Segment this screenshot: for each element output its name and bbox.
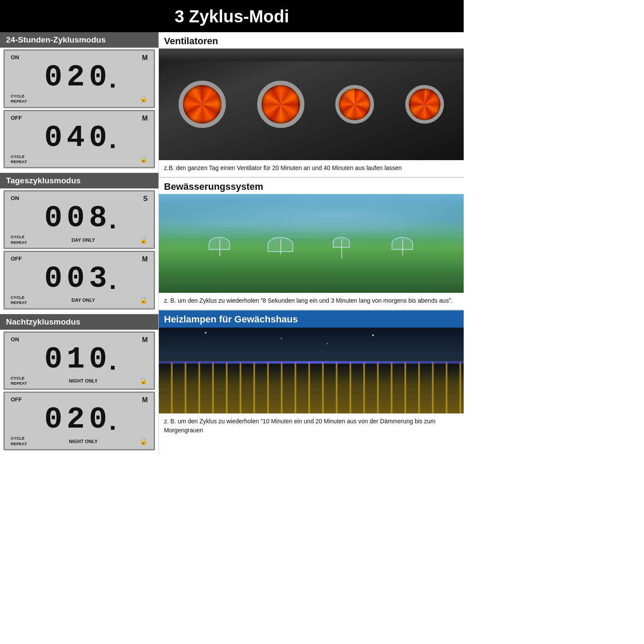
greenhouse-image [159,328,464,413]
mode-24h-label: 24-Stunden-Zyklusmodus [0,32,158,48]
digit-night-off-2: 2 [64,405,87,435]
off-label-24h: OFF [11,115,22,122]
digit-night-off-3: 0 [87,405,109,435]
unit-day-on: S [143,195,148,203]
mode-night-label: Nachtzyklusmodus [0,314,158,330]
cycle-repeat-24h-off: CYCLEREPEAT [11,154,27,165]
left-column: 24-Stunden-Zyklusmodus ON M 0 2 0 . [0,32,159,455]
main-title-text: 3 Zyklus-Modi [175,7,289,26]
mode-24h-section: 24-Stunden-Zyklusmodus ON M 0 2 0 . [0,32,158,173]
greenhouse-section: Heizlampen für Gewächshaus [159,310,464,439]
lock-24h-off: 🔒 [140,155,148,163]
digit-night-on-3: 0 [87,345,109,375]
cycle-repeat-day-on: CYCLEREPEAT [11,234,27,245]
display-day-off: OFF M 0 0 3 . CYCLEREPEAT DAY ONLY 🔒 [3,251,155,310]
lock-day-on: 🔒 [140,236,148,244]
mode-night-section: Nachtzyklusmodus ON M 0 1 0 . CYCL [0,314,158,455]
greenhouse-desc: z. B. um den Zyklus zu wiederholen "10 M… [159,413,464,439]
main-container: 3 Zyklus-Modi 24-Stunden-Zyklusmodus ON … [0,0,464,455]
period-24h-on: . [109,66,116,92]
fan-3 [335,85,374,124]
fans-desc: z.B. den ganzen Tag einen Ventilator für… [159,160,464,177]
greenhouse-title: Heizlampen für Gewächshaus [159,310,464,328]
cycle-repeat-day-off: CYCLEREPEAT [11,295,27,306]
digit-night-on-1: 0 [42,345,64,375]
period-night-on: . [109,348,116,374]
digit-24h-on-2: 2 [64,63,87,93]
unit-24h-on: M [142,54,148,62]
digit-day-on-1: 0 [42,204,64,234]
display-night-off: OFF M 0 2 0 . CYCLEREPEAT NIGHT ONLY 🔒 [3,392,155,450]
unit-night-on: M [142,336,148,344]
digit-24h-off-3: 0 [87,123,109,153]
period-24h-off: . [109,127,116,152]
fan-4 [405,85,444,124]
lock-night-off: 🔒 [140,437,148,445]
period-night-off: . [109,408,116,434]
mode-text-night-off: NIGHT ONLY [69,439,98,444]
unit-night-off: M [142,396,148,404]
fan-2 [257,81,304,128]
period-day-off: . [109,267,116,293]
digit-day-off-3: 3 [87,264,109,294]
cycle-repeat-night-off: CYCLEREPEAT [11,436,27,447]
mode-text-day-on: DAY ONLY [72,237,95,243]
irrigation-image [159,194,464,293]
digit-day-on-3: 8 [87,204,109,234]
display-day-on: ON S 0 0 8 . CYCLEREPEAT DAY ONLY 🔒 [3,190,155,249]
irrigation-section: Bewässerungssystem [159,178,464,310]
mode-text-night-on: NIGHT ONLY [69,378,98,383]
on-label-24h: ON [11,54,19,62]
digit-24h-on-3: 0 [87,63,109,93]
cycle-repeat-night-on: CYCLEREPEAT [11,376,27,386]
mode-text-day-off: DAY ONLY [72,298,95,303]
display-24h-on: ON M 0 2 0 . CYCLEREPEAT 🔒 [3,49,155,108]
fans-image [159,49,464,160]
digit-24h-off-1: 0 [42,123,64,153]
digit-night-off-1: 0 [42,405,64,435]
main-title: 3 Zyklus-Modi [0,0,464,32]
lock-day-off: 🔒 [140,296,148,304]
mode-day-label: Tageszyklusmodus [0,173,158,188]
digit-night-on-2: 1 [64,345,87,375]
irrigation-desc: z. B. um den Zyklus zu wiederholen "8 Se… [159,293,464,310]
off-label-day: OFF [11,255,22,263]
digit-day-off-1: 0 [42,264,64,294]
digit-24h-off-2: 4 [64,123,87,153]
fans-title: Ventilatoren [159,32,464,49]
on-label-night: ON [11,336,19,344]
lock-24h-on: 🔒 [140,95,148,103]
fan-1 [179,81,226,128]
irrigation-title: Bewässerungssystem [159,178,464,194]
digit-day-off-2: 0 [64,264,87,294]
fans-section: Ventilatoren z.B. den ganzen Tag einen V… [159,32,464,178]
display-24h-off: OFF M 0 4 0 . CYCLEREPEAT 🔒 [3,110,155,169]
mode-day-section: Tageszyklusmodus ON S 0 0 8 . CYCL [0,173,158,314]
unit-24h-off: M [142,115,148,122]
cycle-repeat-24h-on: CYCLEREPEAT [11,94,27,104]
lock-night-on: 🔒 [140,377,148,385]
digit-24h-on: 0 [42,63,64,93]
on-label-day: ON [11,195,19,203]
period-day-on: . [109,207,116,233]
digit-day-on-2: 0 [64,204,87,234]
content-grid: 24-Stunden-Zyklusmodus ON M 0 2 0 . [0,32,464,455]
display-night-on: ON M 0 1 0 . CYCLEREPEAT NIGHT ONLY 🔒 [3,331,155,390]
right-column: Ventilatoren z.B. den ganzen Tag einen V… [159,32,464,455]
off-label-night: OFF [11,396,22,404]
unit-day-off: M [142,255,148,263]
